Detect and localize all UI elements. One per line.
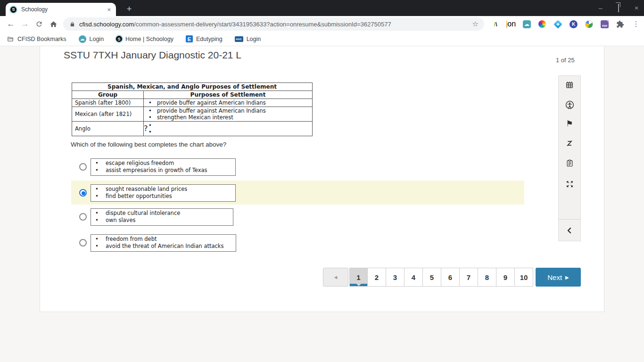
accessibility-icon[interactable]	[559, 100, 580, 109]
assessment-toolbar: ⚑	[558, 75, 581, 241]
bookmark-star-icon[interactable]: ☆	[472, 20, 479, 28]
home-button[interactable]	[46, 20, 60, 28]
minimize-button[interactable]: –	[597, 4, 604, 12]
schoology-favicon-icon: S	[10, 7, 17, 13]
page-button-4[interactable]: 4	[405, 268, 423, 287]
question-text: Which of the following best completes th…	[71, 141, 226, 148]
page-button-2[interactable]: 2	[368, 268, 386, 287]
url-text: cfisd.schoology.com/common-assessment-de…	[79, 21, 469, 28]
hac-icon: HAC	[235, 36, 243, 42]
radio-option-a[interactable]	[79, 163, 87, 171]
close-button[interactable]: ×	[633, 4, 640, 12]
assessment-title: SSTU 7TXH January Diagnostic 20-21 L	[64, 49, 241, 61]
securly-extension-icon[interactable]: /\	[491, 19, 500, 29]
next-label: Next	[547, 273, 562, 281]
strikethrough-eliminator-icon[interactable]	[559, 139, 580, 148]
bookmark-label: Home | Schoology	[125, 36, 173, 42]
bookmark-login-hac[interactable]: HAC Login	[235, 36, 261, 42]
extensions-row: /\ on ☁ K PDF ⋮	[491, 19, 641, 29]
page-button-8[interactable]: 8	[478, 268, 496, 287]
edutyping-icon: E	[186, 35, 193, 42]
option-c-box[interactable]: •dispute cultural intolerance •own slave…	[91, 208, 233, 226]
notepad-icon[interactable]	[559, 158, 580, 168]
page-button-6[interactable]: 6	[441, 268, 460, 287]
page-button-5[interactable]: 5	[423, 268, 441, 287]
schoology-icon: S	[116, 36, 122, 42]
page-button-10[interactable]: 10	[515, 268, 533, 287]
group-cell: Anglo	[72, 122, 144, 136]
answer-option: •dispute cultural intolerance •own slave…	[40, 208, 605, 225]
toolbar-divider	[559, 219, 580, 220]
answer-option: •freedom from debt •avoid the threat of …	[40, 234, 605, 251]
pagination: 1 2 3 4 5 6 7 8 9 10	[349, 268, 533, 287]
bookmarks-bar: CFISD Bookmarks ☁ Login S Home | Schoolo…	[0, 32, 644, 46]
chrome-menu-icon[interactable]: ⋮	[631, 19, 641, 29]
question-mark-placeholder: ?	[144, 125, 312, 132]
table-row: Anglo • • ?	[72, 122, 313, 136]
bookmark-home-schoology[interactable]: S Home | Schoology	[116, 36, 173, 42]
bookmark-cfisd-folder[interactable]: CFISD Bookmarks	[7, 36, 66, 42]
compass-extension-icon[interactable]	[585, 19, 594, 29]
folder-icon	[7, 36, 14, 42]
kami-extension-icon[interactable]: K	[569, 19, 578, 29]
option-a-box[interactable]: •escape religious freedom •assist empres…	[91, 158, 236, 176]
column-header-purposes: Purposes of Settlement	[144, 91, 313, 99]
pdf-extension-icon[interactable]: PDF	[600, 19, 610, 29]
option-d-box[interactable]: •freedom from debt •avoid the threat of …	[91, 234, 236, 252]
page-button-3[interactable]: 3	[386, 268, 405, 287]
group-cell: Mexican (after 1821)	[72, 107, 144, 122]
radio-option-b[interactable]	[79, 189, 87, 197]
radio-option-d[interactable]	[79, 239, 87, 247]
extensions-puzzle-icon[interactable]	[616, 19, 625, 29]
table-title: Spanish, Mexican, and Anglo Purposes of …	[72, 83, 313, 91]
url-path: /common-assessment-delivery/start/343195…	[134, 21, 391, 28]
calendar-grid-icon[interactable]	[559, 80, 580, 90]
color-wheel-extension-icon[interactable]	[537, 19, 547, 29]
option-b-box[interactable]: •sought reasonable land prices •find bet…	[91, 184, 236, 202]
previous-page-button[interactable]: ◄	[323, 268, 348, 287]
page-button-1[interactable]: 1	[349, 268, 368, 287]
page-button-7[interactable]: 7	[460, 268, 478, 287]
lock-icon	[70, 21, 75, 27]
restore-icon	[618, 4, 619, 12]
url-host: cfisd.schoology.com	[79, 21, 134, 28]
answer-option-selected: •sought reasonable land prices •find bet…	[71, 181, 524, 205]
cloud-extension-icon[interactable]: ☁	[522, 19, 531, 29]
bookmark-label: Edutyping	[196, 36, 223, 42]
column-header-group: Group	[72, 91, 144, 99]
question-counter: 1 of 25	[556, 57, 575, 64]
table-row: Spanish (after 1800) •provide buffer aga…	[72, 99, 313, 107]
back-button[interactable]: ←	[4, 19, 18, 29]
forward-button[interactable]: →	[18, 19, 32, 29]
previous-arrow-icon: ◄	[333, 274, 339, 280]
restore-button[interactable]	[615, 4, 622, 12]
browser-toolbar: ← → cfisd.schoology.com/common-assessmen…	[0, 16, 644, 32]
group-cell: Spanish (after 1800)	[72, 99, 144, 107]
fullscreen-icon[interactable]	[559, 179, 580, 189]
tab-close-icon[interactable]: ×	[106, 6, 112, 13]
bookmark-login-cloud[interactable]: ☁ Login	[79, 35, 104, 43]
address-bar[interactable]: cfisd.schoology.com/common-assessment-de…	[63, 17, 484, 31]
table-row: Mexican (after 1821) •provide buffer aga…	[72, 107, 313, 122]
browser-tab[interactable]: S Schoology ×	[6, 3, 116, 16]
purposes-cell: • • ?	[144, 122, 313, 136]
assessment-card: SSTU 7TXH January Diagnostic 20-21 L 1 o…	[40, 46, 604, 312]
stimulus-table: Spanish, Mexican, and Anglo Purposes of …	[72, 82, 313, 136]
cloud-icon: ☁	[79, 35, 86, 43]
bookmark-label: Login	[247, 36, 261, 42]
page-button-9[interactable]: 9	[496, 268, 515, 287]
flag-icon[interactable]: ⚑	[559, 119, 580, 129]
bookmark-label: CFISD Bookmarks	[17, 36, 66, 42]
bookmark-edutyping[interactable]: E Edutyping	[186, 35, 223, 42]
tab-title: Schoology	[21, 6, 106, 13]
purposes-cell: •provide buffer against American Indians…	[144, 107, 313, 122]
next-button[interactable]: Next ▶	[536, 268, 581, 287]
diamond-extension-icon[interactable]	[553, 19, 562, 29]
refresh-button[interactable]	[32, 20, 46, 28]
browser-titlebar: S Schoology × + – ×	[0, 0, 644, 16]
bookmark-label: Login	[90, 36, 104, 42]
orange-on-extension-icon[interactable]: on	[506, 19, 516, 29]
new-tab-button[interactable]: +	[124, 4, 135, 15]
collapse-panel-chevron-icon[interactable]	[559, 226, 580, 235]
radio-option-c[interactable]	[79, 213, 87, 221]
